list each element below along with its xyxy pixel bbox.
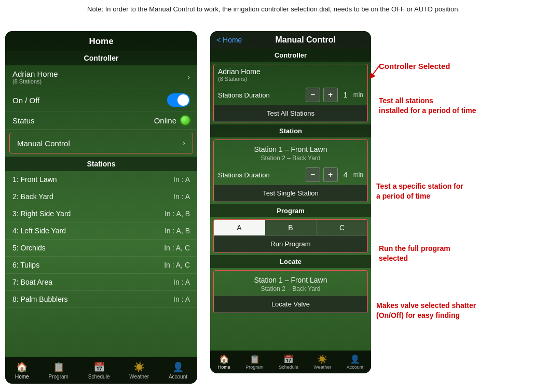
on-off-label: On / Off: [12, 96, 39, 105]
nav-item-weather[interactable]: ☀️ Weather: [129, 361, 149, 380]
annotation-controller-selected: Controller Selected: [379, 61, 450, 72]
back-button[interactable]: < Home: [216, 36, 242, 44]
station-sub: Station 2 – Back Yard: [218, 155, 363, 162]
stations-duration-label: Stations Duration: [218, 91, 303, 99]
right-controller-section: Controller: [210, 49, 371, 62]
right-controller-name: Adrian Home: [218, 67, 363, 76]
list-item[interactable]: 6: Tulips In : A, C: [5, 257, 197, 274]
right-header-title: Manual Control: [246, 35, 365, 45]
station-duration-row: Stations Duration − + 4 min: [214, 165, 367, 185]
annotation-test-all: Test all stationsinstalled for a period …: [379, 96, 476, 116]
list-item[interactable]: 2: Back Yard In : A: [5, 188, 197, 205]
station-duration-label: Stations Duration: [218, 171, 303, 179]
r-nav-weather[interactable]: ☀️ Weather: [313, 354, 331, 370]
list-item[interactable]: 7: Boat Area In : A: [5, 274, 197, 291]
list-item[interactable]: 1: Front Lawn In : A: [5, 171, 197, 188]
locate-block: Station 1 – Front Lawn Station 2 – Back …: [213, 270, 368, 313]
nav-item-program[interactable]: 📋 Program: [49, 361, 69, 380]
station-block: Station 1 – Front Lawn Station 2 – Back …: [213, 139, 368, 202]
right-station-section: Station: [210, 124, 371, 137]
controller-chevron-icon: ›: [187, 73, 190, 82]
controller-row[interactable]: Adrian Home (8 Stations) ›: [5, 65, 197, 89]
manual-control-chevron-icon: ›: [183, 138, 185, 148]
r-nav-account[interactable]: 👤 Account: [347, 354, 364, 370]
manual-control-label: Manual Control: [17, 139, 70, 148]
controller-section-label: Controller: [5, 51, 197, 65]
right-bottom-nav: 🏠 Home 📋 Program 📅 Schedule ☀️ Weather 👤…: [210, 351, 371, 373]
r-schedule-icon: 📅: [283, 354, 294, 364]
locate-station-name: Station 1 – Front Lawn: [218, 274, 363, 285]
on-off-toggle[interactable]: [167, 93, 190, 107]
right-locate-section: Locate: [210, 255, 371, 268]
locate-valve-button[interactable]: Locate Valve: [214, 296, 367, 313]
tab-program-a[interactable]: A: [214, 220, 265, 235]
arrow-controller: [371, 61, 381, 82]
r-home-icon: 🏠: [219, 354, 229, 364]
status-label: Status: [12, 116, 35, 125]
nav-item-home[interactable]: 🏠 Home: [15, 361, 29, 380]
schedule-icon: 📅: [93, 361, 105, 373]
status-indicator: [181, 116, 190, 125]
station-name: Station 1 – Front Lawn: [218, 143, 363, 155]
list-item[interactable]: 3: Right Side Yard In : A, B: [5, 205, 197, 222]
stations-section-label: Stations: [5, 157, 197, 171]
station-unit: min: [353, 171, 363, 178]
status-value: Online: [154, 116, 176, 125]
home-icon: 🏠: [16, 361, 28, 373]
on-off-row[interactable]: On / Off: [5, 89, 197, 111]
r-account-icon: 👤: [350, 354, 360, 364]
status-row: Status Online: [5, 111, 197, 130]
r-nav-home[interactable]: 🏠 Home: [218, 354, 230, 370]
program-icon: 📋: [53, 361, 64, 373]
test-all-duration-row: Stations Duration − + 1 min: [214, 85, 367, 105]
test-all-value: 1: [341, 91, 350, 99]
tab-program-c[interactable]: C: [317, 220, 367, 235]
station-minus-button[interactable]: −: [306, 167, 320, 182]
r-nav-program[interactable]: 📋 Program: [245, 354, 264, 370]
r-weather-icon: ☀️: [317, 354, 327, 364]
run-program-button[interactable]: Run Program: [214, 235, 367, 253]
test-all-stations-button[interactable]: Test All Stations: [214, 105, 367, 122]
left-header-title: Home: [89, 36, 113, 46]
list-item[interactable]: 4: Left Side Yard In : A, B: [5, 222, 197, 240]
note-text: Note: In order to the Manual Control to …: [87, 5, 460, 13]
right-phone-header: < Home Manual Control: [210, 31, 371, 49]
annotation-test-specific: Test a specific station fora period of t…: [376, 181, 463, 201]
tab-program-b[interactable]: B: [265, 220, 317, 235]
controller-block: Adrian Home (8 Stations) Stations Durati…: [213, 64, 368, 122]
controller-sub: (8 Stations): [12, 78, 58, 85]
list-item[interactable]: 5: Orchids In : A, C: [5, 240, 197, 257]
test-all-unit: min: [353, 91, 363, 99]
left-phone-header: Home: [5, 31, 197, 51]
r-nav-schedule[interactable]: 📅 Schedule: [279, 354, 298, 370]
locate-station-sub: Station 2 – Back Yard: [218, 285, 363, 292]
nav-item-schedule[interactable]: 📅 Schedule: [88, 361, 110, 380]
program-tabs: A B C: [214, 220, 367, 235]
right-controller-sub: (8 Stations): [218, 76, 363, 82]
list-item[interactable]: 8: Palm Bubblers In : A: [5, 291, 197, 308]
account-icon: 👤: [172, 361, 184, 373]
stations-list: 1: Front Lawn In : A 2: Back Yard In : A…: [5, 171, 197, 308]
right-program-section: Program: [210, 204, 371, 217]
station-value: 4: [341, 171, 350, 179]
test-all-plus-button[interactable]: +: [323, 88, 338, 102]
controller-name: Adrian Home: [12, 69, 58, 78]
right-phone: < Home Manual Control Controller Adrian …: [210, 31, 371, 373]
annotation-run-program: Run the full programselected: [379, 244, 450, 263]
program-block: A B C Run Program: [213, 219, 368, 253]
manual-control-row[interactable]: Manual Control ›: [9, 133, 193, 153]
nav-item-account[interactable]: 👤 Account: [169, 361, 187, 380]
test-all-minus-button[interactable]: −: [306, 88, 320, 102]
left-bottom-nav: 🏠 Home 📋 Program 📅 Schedule ☀️ Weather 👤…: [5, 357, 197, 384]
left-phone: Home Controller Adrian Home (8 Stations)…: [5, 31, 197, 384]
test-single-station-button[interactable]: Test Single Station: [214, 185, 367, 202]
weather-icon: ☀️: [133, 361, 145, 373]
annotation-locate-valve: Makes valve selected shatter(On/Off) for…: [376, 301, 476, 320]
station-plus-button[interactable]: +: [323, 167, 338, 182]
top-note: Note: In order to the Manual Control to …: [87, 4, 529, 15]
svg-line-0: [371, 64, 380, 77]
r-program-icon: 📋: [250, 354, 260, 364]
